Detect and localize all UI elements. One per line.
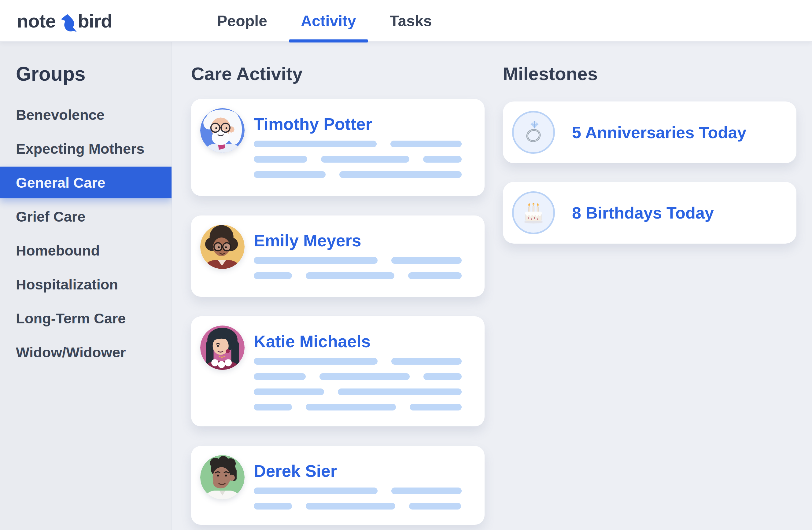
sidebar-item-grief-care[interactable]: Grief Care — [0, 201, 172, 232]
placeholder-bar-row — [254, 156, 462, 163]
placeholder-bar-row — [254, 503, 462, 510]
avatar-katie-michaels — [200, 325, 245, 370]
placeholder-bar-row — [254, 273, 462, 279]
placeholder-bar — [254, 257, 378, 264]
milestone-icon-circle — [512, 191, 555, 234]
logo-text-bird: bird — [78, 10, 112, 32]
sidebar-item-expecting-mothers[interactable]: Expecting Mothers — [0, 133, 172, 164]
placeholder-bar — [423, 373, 462, 380]
placeholder-bar — [306, 404, 396, 411]
placeholder-bar — [391, 257, 462, 264]
placeholder-text-lines — [254, 487, 462, 510]
placeholder-bar-row — [254, 388, 462, 395]
bird-icon — [57, 12, 77, 34]
placeholder-bar — [321, 156, 410, 163]
placeholder-bar — [390, 141, 462, 147]
tab-tasks[interactable]: Tasks — [378, 0, 444, 42]
care-activity-card-katie-michaels[interactable]: Katie Michaels — [191, 316, 484, 426]
card-content: Emily Meyers — [254, 216, 462, 279]
placeholder-bar-row — [254, 141, 462, 147]
milestone-label-anniversaries: 5 Anniversaries Today — [572, 123, 746, 142]
placeholder-bar-row — [254, 487, 462, 494]
placeholder-bar — [338, 388, 462, 395]
logo-text-note: note — [17, 10, 56, 32]
tab-people[interactable]: People — [205, 0, 279, 42]
care-activity-card-timothy-potter[interactable]: Timothy Potter — [191, 99, 484, 196]
milestone-label-birthdays: 8 Birthdays Today — [572, 203, 714, 222]
main-area: Care Activity — [172, 42, 812, 530]
placeholder-bar — [339, 171, 462, 178]
placeholder-bar — [423, 156, 461, 163]
notebird-logo[interactable]: note bird — [17, 0, 112, 42]
placeholder-bar — [410, 404, 462, 411]
placeholder-bar-row — [254, 257, 462, 264]
tab-tasks-label: Tasks — [390, 12, 432, 30]
person-name-link[interactable]: Derek Sier — [254, 461, 462, 481]
care-activity-card-derek-sier[interactable]: Derek Sier — [191, 446, 484, 525]
placeholder-bar — [254, 171, 325, 178]
tab-activity[interactable]: Activity — [289, 0, 368, 42]
groups-sidebar: Groups Benevolence Expecting Mothers Gen… — [0, 42, 172, 530]
sidebar-item-widow-widower[interactable]: Widow/Widower — [0, 336, 172, 368]
placeholder-bar — [254, 358, 378, 365]
groups-heading: Groups — [16, 63, 172, 85]
sidebar-item-long-term-care[interactable]: Long-Term Care — [0, 302, 172, 334]
person-name-link[interactable]: Emily Meyers — [254, 231, 462, 251]
tab-activity-label: Activity — [301, 12, 356, 30]
card-content: Timothy Potter — [254, 99, 462, 178]
placeholder-bar — [306, 273, 394, 279]
placeholder-bar — [391, 487, 462, 494]
placeholder-bar — [319, 373, 410, 380]
placeholder-bar — [254, 503, 292, 510]
placeholder-bar — [254, 373, 306, 380]
person-name-link[interactable]: Timothy Potter — [254, 114, 462, 134]
tab-active-underline — [289, 40, 368, 43]
care-activity-card-emily-meyers[interactable]: Emily Meyers — [191, 216, 484, 297]
sidebar-item-hospitalization[interactable]: Hospitalization — [0, 268, 172, 300]
placeholder-bar-row — [254, 171, 462, 178]
placeholder-bar-row — [254, 373, 462, 380]
placeholder-text-lines — [254, 257, 462, 279]
placeholder-bar — [254, 273, 292, 279]
placeholder-bar — [254, 156, 307, 163]
tab-people-label: People — [217, 12, 267, 30]
main-nav: People Activity Tasks — [205, 0, 444, 42]
milestones-heading: Milestones — [503, 63, 796, 84]
placeholder-bar — [409, 503, 461, 510]
milestones-column: Milestones 5 Anniversaries Today — [503, 63, 796, 84]
placeholder-bar — [254, 141, 377, 147]
app-header: note bird People Activity Tasks — [0, 0, 812, 42]
sidebar-item-homebound[interactable]: Homebound — [0, 234, 172, 266]
sidebar-item-benevolence[interactable]: Benevolence — [0, 99, 172, 131]
card-content: Katie Michaels — [254, 316, 462, 411]
groups-list: Benevolence Expecting Mothers General Ca… — [0, 99, 172, 368]
placeholder-text-lines — [254, 358, 462, 411]
milestone-icon-circle — [512, 111, 555, 154]
placeholder-bar — [306, 503, 395, 510]
placeholder-bar-row — [254, 358, 462, 365]
placeholder-bar — [254, 487, 378, 494]
cake-icon — [520, 200, 547, 226]
placeholder-bar — [254, 388, 324, 395]
milestone-card-anniversaries[interactable]: 5 Anniversaries Today — [503, 102, 796, 163]
avatar-emily-meyers — [200, 225, 245, 269]
care-activity-column: Care Activity — [191, 63, 484, 525]
ring-icon — [520, 119, 547, 146]
person-name-link[interactable]: Katie Michaels — [254, 331, 462, 352]
placeholder-bar-row — [254, 404, 462, 411]
avatar-timothy-potter — [200, 108, 245, 152]
placeholder-bar — [391, 358, 462, 365]
placeholder-text-lines — [254, 141, 462, 178]
care-activity-heading: Care Activity — [191, 63, 484, 84]
placeholder-bar — [408, 273, 462, 279]
avatar-derek-sier — [200, 455, 245, 499]
card-content: Derek Sier — [254, 446, 462, 510]
placeholder-bar — [254, 404, 292, 411]
milestone-card-birthdays[interactable]: 8 Birthdays Today — [503, 182, 796, 244]
sidebar-item-general-care[interactable]: General Care — [0, 166, 172, 198]
